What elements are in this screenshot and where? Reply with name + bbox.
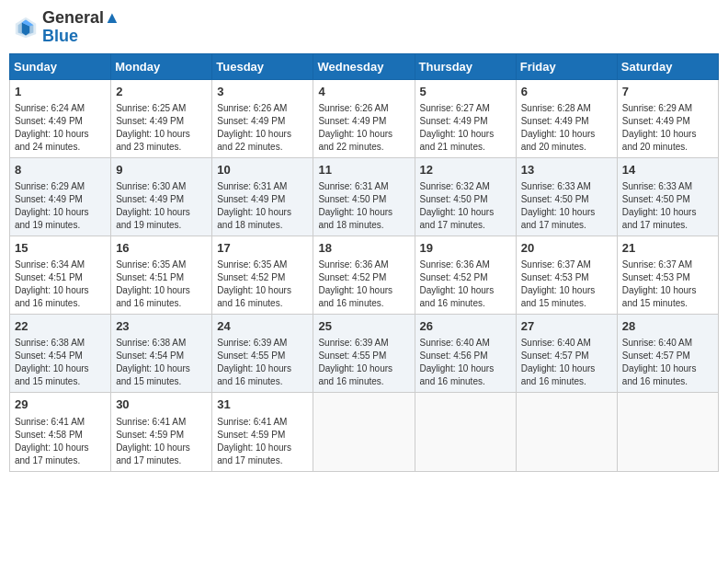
calendar-cell: 29Sunrise: 6:41 AMSunset: 4:58 PMDayligh… xyxy=(10,393,111,471)
day-number: 31 xyxy=(217,396,308,413)
sunset-label: Sunset: 4:51 PM xyxy=(116,272,184,282)
daylight-label: Daylight: 10 hours and 16 minutes. xyxy=(217,363,291,386)
day-header-wednesday: Wednesday xyxy=(313,53,415,79)
calendar-cell: 27Sunrise: 6:40 AMSunset: 4:57 PMDayligh… xyxy=(516,315,617,393)
day-number: 22 xyxy=(15,318,106,335)
calendar-cell: 5Sunrise: 6:27 AMSunset: 4:49 PMDaylight… xyxy=(415,79,516,157)
calendar-cell xyxy=(415,393,516,471)
calendar-cell: 8Sunrise: 6:29 AMSunset: 4:49 PMDaylight… xyxy=(10,157,111,236)
daylight-label: Daylight: 10 hours and 16 minutes. xyxy=(521,363,596,386)
sunset-label: Sunset: 4:49 PM xyxy=(217,116,285,126)
daylight-label: Daylight: 10 hours and 20 minutes. xyxy=(521,129,596,152)
sunrise-label: Sunrise: 6:36 AM xyxy=(420,259,490,270)
calendar-cell: 15Sunrise: 6:34 AMSunset: 4:51 PMDayligh… xyxy=(10,236,111,314)
page-header: General▲ Blue xyxy=(9,9,719,46)
sunset-label: Sunset: 4:57 PM xyxy=(521,350,589,361)
sunset-label: Sunset: 4:57 PM xyxy=(622,350,690,361)
sunrise-label: Sunrise: 6:35 AM xyxy=(217,259,287,270)
sunset-label: Sunset: 4:58 PM xyxy=(15,430,83,440)
calendar-cell: 16Sunrise: 6:35 AMSunset: 4:51 PMDayligh… xyxy=(111,236,212,314)
calendar-cell: 6Sunrise: 6:28 AMSunset: 4:49 PMDaylight… xyxy=(516,79,617,157)
daylight-label: Daylight: 10 hours and 20 minutes. xyxy=(622,129,697,152)
sunrise-label: Sunrise: 6:27 AM xyxy=(420,103,490,113)
sunset-label: Sunset: 4:50 PM xyxy=(318,194,386,204)
day-number: 16 xyxy=(116,240,207,257)
daylight-label: Daylight: 10 hours and 16 minutes. xyxy=(318,363,392,386)
day-number: 30 xyxy=(116,396,207,413)
sunrise-label: Sunrise: 6:41 AM xyxy=(217,417,287,427)
sunrise-label: Sunrise: 6:41 AM xyxy=(116,417,186,427)
sunset-label: Sunset: 4:49 PM xyxy=(217,194,285,204)
sunset-label: Sunset: 4:49 PM xyxy=(521,116,589,126)
sunrise-label: Sunrise: 6:29 AM xyxy=(622,103,692,113)
sunset-label: Sunset: 4:56 PM xyxy=(420,350,488,361)
day-number: 21 xyxy=(622,240,713,257)
sunset-label: Sunset: 4:50 PM xyxy=(420,194,488,204)
daylight-label: Daylight: 10 hours and 17 minutes. xyxy=(15,442,89,465)
day-number: 5 xyxy=(420,84,511,100)
sunrise-label: Sunrise: 6:28 AM xyxy=(521,103,591,113)
daylight-label: Daylight: 10 hours and 15 minutes. xyxy=(521,285,596,308)
day-header-thursday: Thursday xyxy=(415,53,516,79)
sunset-label: Sunset: 4:59 PM xyxy=(217,430,285,440)
day-number: 14 xyxy=(622,162,713,178)
daylight-label: Daylight: 10 hours and 15 minutes. xyxy=(116,363,190,386)
day-number: 8 xyxy=(15,162,106,178)
sunset-label: Sunset: 4:49 PM xyxy=(116,116,184,126)
calendar-cell: 19Sunrise: 6:36 AMSunset: 4:52 PMDayligh… xyxy=(415,236,516,314)
sunset-label: Sunset: 4:54 PM xyxy=(116,350,184,361)
sunset-label: Sunset: 4:52 PM xyxy=(318,272,386,282)
sunset-label: Sunset: 4:49 PM xyxy=(116,194,184,204)
sunrise-label: Sunrise: 6:38 AM xyxy=(15,338,85,348)
daylight-label: Daylight: 10 hours and 15 minutes. xyxy=(622,285,697,308)
day-number: 1 xyxy=(15,84,106,100)
calendar-cell: 11Sunrise: 6:31 AMSunset: 4:50 PMDayligh… xyxy=(313,157,415,236)
calendar-cell: 28Sunrise: 6:40 AMSunset: 4:57 PMDayligh… xyxy=(617,315,718,393)
sunset-label: Sunset: 4:49 PM xyxy=(420,116,488,126)
daylight-label: Daylight: 10 hours and 23 minutes. xyxy=(116,129,190,152)
day-number: 25 xyxy=(318,318,409,335)
daylight-label: Daylight: 10 hours and 16 minutes. xyxy=(420,363,495,386)
day-header-tuesday: Tuesday xyxy=(212,53,313,79)
daylight-label: Daylight: 10 hours and 19 minutes. xyxy=(15,207,89,230)
day-number: 28 xyxy=(622,318,713,335)
sunrise-label: Sunrise: 6:33 AM xyxy=(521,181,591,191)
sunrise-label: Sunrise: 6:35 AM xyxy=(116,259,186,270)
sunrise-label: Sunrise: 6:33 AM xyxy=(622,181,692,191)
calendar-cell: 12Sunrise: 6:32 AMSunset: 4:50 PMDayligh… xyxy=(415,157,516,236)
daylight-label: Daylight: 10 hours and 16 minutes. xyxy=(420,285,495,308)
sunset-label: Sunset: 4:49 PM xyxy=(15,116,83,126)
day-number: 13 xyxy=(521,162,612,178)
sunset-label: Sunset: 4:54 PM xyxy=(15,350,83,361)
calendar-cell: 3Sunrise: 6:26 AMSunset: 4:49 PMDaylight… xyxy=(212,79,313,157)
daylight-label: Daylight: 10 hours and 15 minutes. xyxy=(15,363,89,386)
sunrise-label: Sunrise: 6:37 AM xyxy=(521,259,591,270)
daylight-label: Daylight: 10 hours and 21 minutes. xyxy=(420,129,495,152)
calendar-cell: 4Sunrise: 6:26 AMSunset: 4:49 PMDaylight… xyxy=(313,79,415,157)
sunset-label: Sunset: 4:53 PM xyxy=(521,272,589,282)
day-number: 20 xyxy=(521,240,612,257)
calendar-cell: 14Sunrise: 6:33 AMSunset: 4:50 PMDayligh… xyxy=(617,157,718,236)
daylight-label: Daylight: 10 hours and 16 minutes. xyxy=(318,285,392,308)
daylight-label: Daylight: 10 hours and 22 minutes. xyxy=(217,129,291,152)
day-number: 19 xyxy=(420,240,511,257)
sunset-label: Sunset: 4:49 PM xyxy=(622,116,690,126)
sunrise-label: Sunrise: 6:25 AM xyxy=(116,103,186,113)
daylight-label: Daylight: 10 hours and 17 minutes. xyxy=(420,207,495,230)
calendar-cell xyxy=(617,393,718,471)
sunrise-label: Sunrise: 6:39 AM xyxy=(217,338,287,348)
calendar-cell: 31Sunrise: 6:41 AMSunset: 4:59 PMDayligh… xyxy=(212,393,313,471)
calendar-cell: 2Sunrise: 6:25 AMSunset: 4:49 PMDaylight… xyxy=(111,79,212,157)
calendar-cell: 1Sunrise: 6:24 AMSunset: 4:49 PMDaylight… xyxy=(10,79,111,157)
sunrise-label: Sunrise: 6:26 AM xyxy=(217,103,287,113)
sunset-label: Sunset: 4:55 PM xyxy=(318,350,386,361)
daylight-label: Daylight: 10 hours and 16 minutes. xyxy=(116,285,190,308)
sunrise-label: Sunrise: 6:34 AM xyxy=(15,259,85,270)
sunset-label: Sunset: 4:49 PM xyxy=(15,194,83,204)
daylight-label: Daylight: 10 hours and 16 minutes. xyxy=(622,363,697,386)
calendar-cell: 30Sunrise: 6:41 AMSunset: 4:59 PMDayligh… xyxy=(111,393,212,471)
day-number: 18 xyxy=(318,240,409,257)
sunrise-label: Sunrise: 6:40 AM xyxy=(622,338,692,348)
daylight-label: Daylight: 10 hours and 17 minutes. xyxy=(217,442,291,465)
sunset-label: Sunset: 4:52 PM xyxy=(420,272,488,282)
